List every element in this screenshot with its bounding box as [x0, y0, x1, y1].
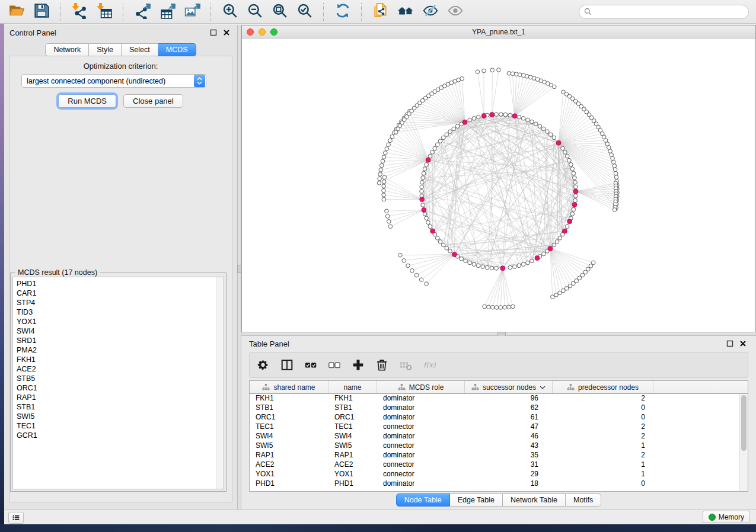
criterion-select[interactable]: largest connected component (undirected)	[21, 74, 206, 88]
close-mcds-panel-button[interactable]: Close panel	[123, 94, 183, 108]
dominator-node	[567, 219, 572, 224]
float-window-button[interactable]	[209, 28, 219, 37]
mcds-result-item[interactable]: GCR1	[17, 431, 216, 440]
table-row[interactable]: RAP1RAP1dominator352	[250, 451, 739, 460]
table-panel: Table Panel f(x) shared namenameMCDS rol…	[241, 336, 756, 509]
deselect-all-button[interactable]	[327, 357, 342, 373]
mcds-result-item[interactable]: TID3	[17, 307, 216, 317]
table-row[interactable]: SWI4SWI4dominator462	[250, 432, 739, 441]
open-session-button[interactable]	[7, 1, 26, 22]
import-table-button[interactable]	[95, 1, 114, 22]
mcds-result-list[interactable]: PHD1CAR1STP4TID3YOX1SWI4SRD1PMA2FKH1ACE2…	[12, 277, 224, 489]
mcds-result-item[interactable]: STB1	[17, 402, 216, 412]
tab-style[interactable]: Style	[89, 43, 122, 56]
mcds-result-item[interactable]: PMA2	[17, 345, 216, 355]
table-row[interactable]: FKH1FKH1dominator962	[250, 394, 739, 403]
column-header-shared-name[interactable]: shared name	[250, 381, 328, 393]
mcds-result-item[interactable]: TEC1	[17, 421, 216, 431]
add-column-button[interactable]	[350, 357, 366, 373]
table-row[interactable]: TEC1TEC1connector472	[250, 422, 739, 432]
network-node	[513, 265, 517, 269]
network-node	[460, 257, 464, 261]
network-canvas[interactable]	[242, 39, 755, 332]
first-neighbors-button[interactable]	[396, 1, 415, 22]
refresh-button[interactable]	[333, 1, 352, 22]
show-all-button[interactable]	[446, 1, 465, 22]
mcds-result-item[interactable]: ORC1	[17, 383, 216, 393]
zoom-selected-button[interactable]	[295, 1, 314, 22]
select-all-button[interactable]	[303, 357, 318, 373]
table-row[interactable]: YOX1YOX1connector291	[250, 470, 739, 479]
mcds-result-item[interactable]: FKH1	[17, 355, 216, 364]
dominator-node	[535, 256, 540, 261]
vertical-splitter[interactable]	[237, 25, 241, 509]
column-label: successor nodes	[483, 383, 536, 392]
mcds-result-item[interactable]: RAP1	[17, 393, 216, 402]
task-history-button[interactable]	[8, 512, 24, 524]
mcds-result-item[interactable]: SWI5	[17, 412, 216, 421]
table-row[interactable]: STB1STB1dominator620	[250, 403, 739, 413]
column-header-successor-nodes[interactable]: successor nodes	[465, 381, 553, 393]
mcds-result-item[interactable]: STP4	[17, 298, 216, 307]
hide-selected-button[interactable]	[421, 1, 440, 22]
network-node	[573, 198, 578, 203]
column-header-predecessor-nodes[interactable]: predecessor nodes	[553, 381, 653, 393]
float-table-panel-button[interactable]	[726, 339, 735, 348]
chevron-down-icon[interactable]	[540, 385, 546, 390]
delete-column-button[interactable]	[374, 357, 390, 373]
mcds-result-item[interactable]: SWI4	[17, 326, 216, 336]
network-node	[495, 306, 499, 310]
mcds-result-item[interactable]: PHD1	[17, 279, 216, 289]
network-node	[448, 130, 452, 134]
table-row[interactable]: PHD1PHD1dominator180	[250, 479, 739, 489]
network-node	[382, 193, 386, 197]
network-window-titlebar[interactable]: YPA_prune.txt_1	[242, 25, 755, 39]
table-column-headers: shared namenameMCDS rolesuccessor nodesp…	[250, 381, 748, 394]
export-network-button[interactable]	[133, 1, 152, 22]
run-mcds-button[interactable]: Run MCDS	[58, 94, 116, 108]
network-node	[558, 236, 562, 241]
tab-motifs[interactable]: Motifs	[566, 493, 601, 507]
network-node	[613, 164, 617, 168]
network-node	[441, 136, 445, 140]
tab-node-table[interactable]: Node Table	[396, 493, 450, 507]
network-graph[interactable]	[242, 39, 755, 332]
close-table-panel-button[interactable]	[739, 339, 748, 348]
table-row[interactable]: ACE2ACE2connector311	[250, 460, 739, 470]
export-table-button[interactable]	[158, 1, 177, 22]
dominator-node	[462, 120, 467, 124]
zoom-selected-icon	[296, 2, 313, 19]
memory-button[interactable]: Memory	[703, 511, 750, 523]
save-session-icon	[33, 2, 50, 19]
clone-network-button[interactable]	[371, 1, 390, 22]
table-scrollbar[interactable]	[739, 394, 748, 491]
mcds-list-scrollbar[interactable]	[216, 277, 224, 489]
tab-network[interactable]: Network	[45, 43, 89, 56]
search-box[interactable]	[579, 5, 749, 19]
tab-network-table[interactable]: Network Table	[503, 493, 566, 507]
column-header-name[interactable]: name	[328, 381, 377, 393]
scrollbar-thumb[interactable]	[741, 395, 747, 451]
zoom-fit-button[interactable]	[270, 1, 289, 22]
zoom-out-button[interactable]	[245, 1, 264, 22]
mcds-result-item[interactable]: SRD1	[17, 336, 216, 345]
tab-select[interactable]: Select	[122, 43, 158, 56]
table-row[interactable]: ORC1ORC1dominator610	[250, 413, 739, 422]
tab-mcds[interactable]: MCDS	[158, 43, 196, 56]
zoom-in-button[interactable]	[221, 1, 240, 22]
import-network-button[interactable]	[70, 1, 89, 22]
export-image-button[interactable]	[183, 1, 202, 22]
horizontal-splitter[interactable]	[241, 332, 756, 336]
table-row[interactable]: SWI5SWI5connector431	[250, 441, 739, 451]
toggle-panel-button[interactable]	[279, 357, 295, 373]
mcds-result-item[interactable]: STB5	[17, 374, 216, 383]
mcds-result-item[interactable]: YOX1	[17, 317, 216, 326]
settings-gear-button[interactable]	[256, 357, 271, 373]
close-panel-button[interactable]	[222, 28, 232, 37]
mcds-result-item[interactable]: CAR1	[17, 289, 216, 298]
mcds-result-item[interactable]: ACE2	[17, 364, 216, 374]
column-header-MCDS-role[interactable]: MCDS role	[377, 381, 465, 393]
tab-edge-table[interactable]: Edge Table	[450, 493, 503, 507]
search-input[interactable]	[595, 7, 744, 17]
save-session-button[interactable]	[32, 1, 51, 22]
